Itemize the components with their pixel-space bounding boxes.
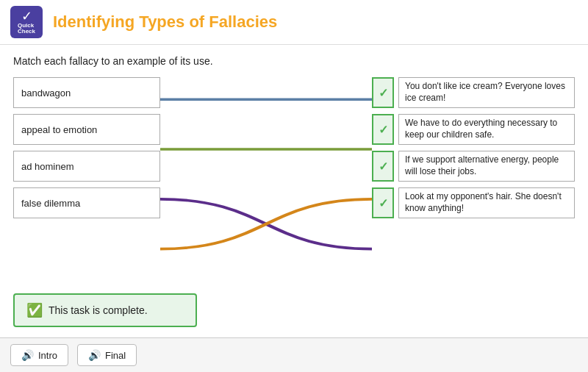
- example-2: We have to do everything necessary to ke…: [398, 114, 575, 145]
- connection-lines: [160, 77, 372, 279]
- fallacy-column: bandwagon appeal to emotion ad hominem f…: [13, 77, 160, 279]
- logo-checkmark: ✓: [21, 10, 32, 23]
- header: ✓ QuickCheck Identifying Types of Fallac…: [0, 0, 588, 45]
- matching-area: bandwagon appeal to emotion ad hominem f…: [13, 77, 575, 279]
- intro-speaker-icon: 🔊: [21, 349, 34, 361]
- fallacy-false-dilemma: false dilemma: [13, 187, 160, 218]
- footer: 🔊 Intro 🔊 Final: [0, 337, 588, 372]
- lines-svg: [160, 77, 372, 279]
- main-content: Match each fallacy to an example of its …: [0, 45, 588, 337]
- complete-icon: ✅: [26, 302, 43, 318]
- examples-column: You don't like ice cream? Everyone loves…: [398, 77, 575, 279]
- logo: ✓ QuickCheck: [10, 6, 43, 38]
- example-3: If we support alternative energy, people…: [398, 151, 575, 182]
- check-ad-hominem: ✓: [372, 151, 394, 182]
- final-speaker-icon: 🔊: [88, 349, 101, 361]
- fallacy-appeal-to-emotion: appeal to emotion: [13, 114, 160, 145]
- task-complete-badge: ✅ This task is complete.: [13, 293, 197, 327]
- final-button[interactable]: 🔊 Final: [77, 344, 137, 366]
- instruction-text: Match each fallacy to an example of its …: [13, 55, 575, 67]
- example-4: Look at my opponent's hair. She doesn't …: [398, 187, 575, 218]
- intro-button[interactable]: 🔊 Intro: [10, 344, 68, 366]
- logo-text: QuickCheck: [18, 23, 35, 35]
- page-title: Identifying Types of Fallacies: [53, 12, 277, 32]
- check-false-dilemma: ✓: [372, 187, 394, 218]
- complete-text: This task is complete.: [49, 304, 148, 316]
- check-appeal-to-emotion: ✓: [372, 114, 394, 145]
- example-1: You don't like ice cream? Everyone loves…: [398, 77, 575, 108]
- fallacy-ad-hominem: ad hominem: [13, 151, 160, 182]
- final-label: Final: [105, 350, 126, 361]
- check-column: ✓ ✓ ✓ ✓: [372, 77, 398, 279]
- intro-label: Intro: [38, 350, 57, 361]
- fallacy-bandwagon: bandwagon: [13, 77, 160, 108]
- check-bandwagon: ✓: [372, 77, 394, 108]
